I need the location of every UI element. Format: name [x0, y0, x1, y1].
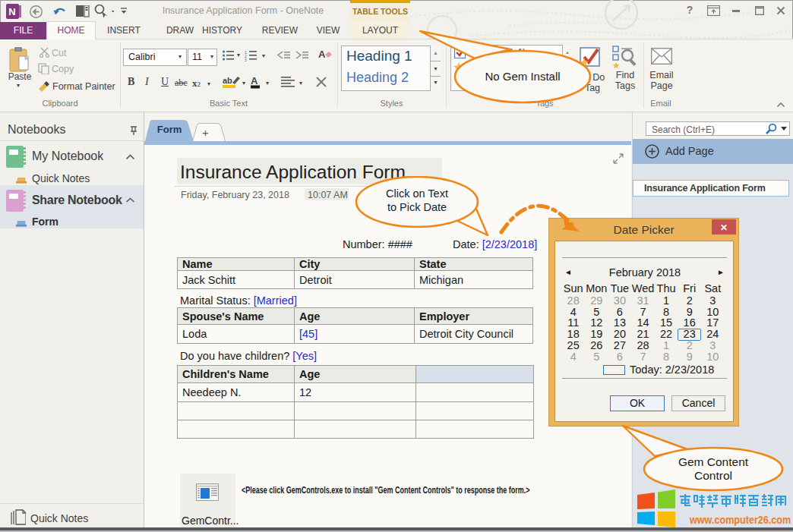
svg-text:N: N: [8, 6, 15, 17]
svg-text:Gem Content: Gem Content: [678, 455, 749, 468]
svg-text:Control: Control: [694, 469, 732, 482]
svg-text:to Pick Date: to Pick Date: [387, 201, 447, 213]
svg-text:Click on Text: Click on Text: [386, 187, 448, 200]
svg-text:No Gem Install: No Gem Install: [485, 70, 560, 83]
